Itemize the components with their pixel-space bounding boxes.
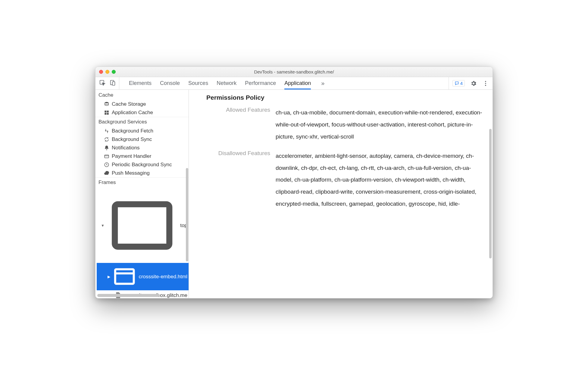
messages-badge[interactable]: 4: [452, 80, 465, 86]
sidebar-item-label: Application Cache: [112, 110, 153, 116]
tree-row-label: crosssite-embed.html: [139, 274, 187, 280]
disallowed-features-row: Disallowed Features accelerometer, ambie…: [197, 150, 484, 210]
svg-rect-2: [112, 82, 115, 85]
allowed-features-label: Allowed Features: [197, 107, 276, 143]
tab-console[interactable]: Console: [160, 77, 180, 89]
sidebar: Cache Cache Storage Application Cache Ba…: [95, 90, 189, 298]
device-toggle-icon[interactable]: [109, 80, 116, 87]
svg-rect-11: [105, 155, 109, 158]
disclosure-triangle-icon[interactable]: ▶: [108, 275, 110, 279]
disclosure-triangle-icon[interactable]: ▼: [101, 223, 104, 228]
sidebar-item-background-fetch[interactable]: Background Fetch: [95, 127, 189, 135]
window-title: DevTools - samesite-sandbox.glitch.me/: [95, 69, 493, 74]
sidebar-item-payment-handler[interactable]: Payment Handler: [95, 152, 189, 161]
svg-rect-9: [105, 113, 106, 115]
close-window-button[interactable]: [99, 70, 103, 74]
sidebar-item-label: Background Fetch: [112, 128, 153, 134]
sidebar-item-notifications[interactable]: Notifications: [95, 144, 189, 152]
sidebar-item-background-sync[interactable]: Background Sync: [95, 135, 189, 144]
sidebar-item-label: Push Messaging: [112, 170, 150, 176]
svg-rect-14: [115, 270, 134, 284]
tab-performance[interactable]: Performance: [245, 77, 276, 89]
sidebar-vertical-scrollbar[interactable]: [186, 168, 188, 261]
section-bg-title: Background Services: [95, 117, 189, 127]
minimize-window-button[interactable]: [105, 70, 109, 74]
disallowed-features-label: Disallowed Features: [197, 150, 276, 210]
sidebar-item-label: Background Sync: [112, 136, 152, 142]
sidebar-item-application-cache[interactable]: Application Cache: [95, 108, 189, 117]
tab-elements[interactable]: Elements: [129, 77, 152, 89]
devtools-window: DevTools - samesite-sandbox.glitch.me/ E…: [95, 67, 493, 298]
allowed-features-value: ch-ua, ch-ua-mobile, document-domain, ex…: [276, 107, 484, 143]
section-frames-title: Frames: [95, 177, 189, 187]
inspect-element-icon[interactable]: [99, 80, 106, 87]
svg-rect-13: [115, 204, 169, 247]
svg-point-3: [485, 81, 486, 82]
main-area: Cache Cache Storage Application Cache Ba…: [95, 90, 493, 298]
tab-sources[interactable]: Sources: [188, 77, 208, 89]
titlebar: DevTools - samesite-sandbox.glitch.me/: [95, 67, 493, 77]
svg-point-6: [105, 102, 108, 104]
tree-row-crosssite-embed[interactable]: ▶ crosssite-embed.html: [97, 263, 189, 290]
toolbar: Elements Console Sources Network Perform…: [95, 77, 493, 90]
toolbar-left-group: [99, 77, 119, 89]
allowed-features-row: Allowed Features ch-ua, ch-ua-mobile, do…: [197, 107, 484, 143]
tab-bar: Elements Console Sources Network Perform…: [129, 77, 446, 89]
svg-rect-7: [105, 111, 106, 112]
toolbar-right-group: 4: [449, 77, 489, 89]
sidebar-horizontal-scrollbar[interactable]: [97, 294, 160, 297]
sidebar-item-push-messaging[interactable]: Push Messaging: [95, 169, 189, 177]
more-options-icon[interactable]: [482, 80, 489, 87]
content-vertical-scrollbar[interactable]: [489, 129, 492, 258]
svg-rect-10: [107, 113, 109, 115]
tab-network[interactable]: Network: [217, 77, 236, 89]
disallowed-features-value: accelerometer, ambient-light-sensor, aut…: [276, 150, 484, 210]
sidebar-item-label: Periodic Background Sync: [112, 162, 172, 168]
sidebar-item-cache-storage[interactable]: Cache Storage: [95, 100, 189, 108]
svg-point-4: [485, 83, 486, 84]
sidebar-item-label: Payment Handler: [112, 153, 151, 159]
more-tabs-icon[interactable]: »: [319, 77, 326, 89]
sidebar-item-label: Cache Storage: [112, 101, 146, 107]
frames-tree: ▼ top ▶ crosssite-embed.html samesite-sa…: [95, 187, 189, 298]
svg-point-5: [485, 85, 486, 86]
settings-icon[interactable]: [470, 80, 477, 87]
sidebar-horizontal-scrollbar-track: [97, 294, 187, 297]
sidebar-item-label: Notifications: [112, 145, 140, 151]
zoom-window-button[interactable]: [112, 70, 116, 74]
messages-count: 4: [460, 81, 463, 86]
permissions-policy-heading: Permissions Policy: [206, 94, 484, 101]
svg-rect-8: [107, 111, 109, 112]
tab-application[interactable]: Application: [284, 77, 311, 89]
sidebar-item-periodic-background-sync[interactable]: Periodic Background Sync: [95, 161, 189, 169]
section-cache-title: Cache: [95, 90, 189, 100]
window-controls: [99, 70, 116, 74]
tree-row-top[interactable]: ▼ top: [97, 188, 189, 263]
content-pane: Permissions Policy Allowed Features ch-u…: [189, 90, 493, 298]
